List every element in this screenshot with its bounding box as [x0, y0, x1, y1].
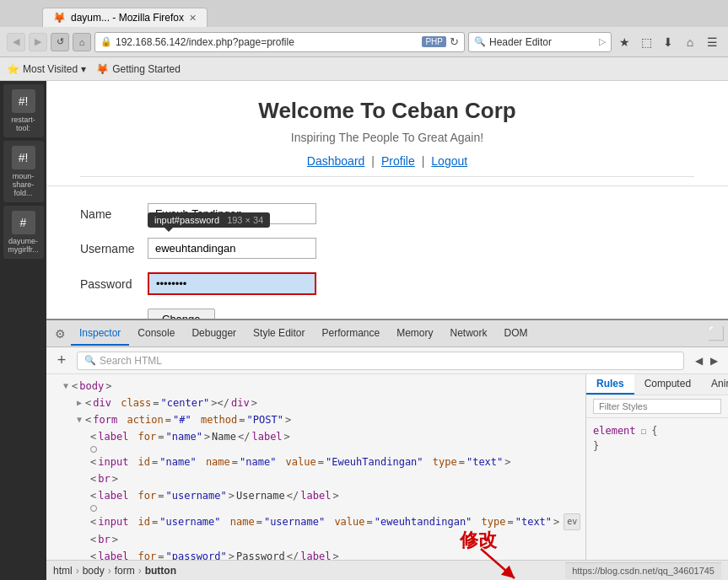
- search-bar[interactable]: 🔍 Header Editor ▷: [468, 32, 612, 52]
- bookmark-getting-started[interactable]: 🦊 Getting Started: [96, 63, 181, 75]
- toggle-body[interactable]: ▼: [63, 379, 68, 394]
- sidebar-label-dayume: dayume-mygirlfr...: [7, 237, 40, 254]
- username-label: Username: [80, 242, 148, 255]
- password-input[interactable]: [148, 272, 316, 295]
- back-button[interactable]: ◀: [7, 33, 25, 51]
- rules-panel: Rules Computed Animation element ☐ { }: [586, 374, 728, 580]
- search-text: Header Editor: [489, 36, 596, 48]
- html-line-body[interactable]: ▼ <body>: [46, 378, 585, 395]
- tooltip: input#password 193 × 34: [148, 212, 270, 228]
- sidebar-icon-restart: #!: [12, 89, 35, 113]
- tab-inspector[interactable]: Inspector: [71, 322, 129, 346]
- tab-network[interactable]: Network: [442, 322, 496, 346]
- bookmark-most-visited[interactable]: ⭐ Most Visited ▾: [7, 63, 86, 75]
- bookmarks-icon[interactable]: ★: [615, 33, 634, 51]
- address-text: 192.168.56.142/index.php?page=profile: [116, 36, 418, 48]
- website-subtitle: Inspiring The People To Great Again!: [80, 131, 694, 144]
- sidebar-label-restart: restart-tool:: [7, 115, 40, 132]
- tab-close-button[interactable]: ✕: [189, 13, 197, 24]
- html-line-form[interactable]: ▼ <form action="#" method="POST" >: [46, 411, 585, 428]
- reload-button[interactable]: ↺: [51, 33, 69, 51]
- download-icon[interactable]: ⬇: [659, 33, 677, 51]
- html-line-input-name[interactable]: <input id="name" name="name" value="Eweu…: [46, 454, 585, 470]
- rules-tab-animation[interactable]: Animation: [701, 374, 728, 395]
- tooltip-container: input#password 193 × 34: [148, 238, 316, 259]
- html-line-input-username[interactable]: <input id="username" name="username" val…: [46, 513, 585, 531]
- breadcrumb-body[interactable]: body: [83, 565, 105, 577]
- forward-button[interactable]: ▶: [29, 33, 47, 51]
- status-url: https://blog.csdn.net/qq_34601745: [572, 566, 715, 576]
- username-input[interactable]: [148, 238, 316, 259]
- page-content: Welcome To Ceban Corp Inspiring The Peop…: [46, 81, 728, 580]
- breadcrumb-button[interactable]: button: [145, 565, 176, 577]
- address-bar[interactable]: 🔒 192.168.56.142/index.php?page=profile …: [94, 32, 465, 52]
- bookmarks-bar: ⭐ Most Visited ▾ 🦊 Getting Started: [0, 57, 728, 81]
- element-selector: element ☐ {: [593, 425, 721, 437]
- tooltip-dim: 193 × 34: [227, 215, 263, 225]
- html-line-label-username[interactable]: <label for="username" >Username</label>: [46, 487, 585, 504]
- sidebar-item-mount-share[interactable]: #! moun-share-fold...: [3, 141, 44, 202]
- tab-dom[interactable]: DOM: [496, 322, 537, 346]
- rules-tab-rules[interactable]: Rules: [586, 374, 634, 395]
- nav-bar: ◀ ▶ ↺ ⌂ 🔒 192.168.56.142/index.php?page=…: [0, 27, 728, 57]
- toggle-form[interactable]: ▼: [77, 412, 82, 427]
- php-badge: PHP: [422, 36, 446, 47]
- bookmark-label: Most Visited: [23, 63, 78, 75]
- nav-icons: ★ ⬚ ⬇ ⌂ ☰: [615, 33, 721, 51]
- breadcrumb-bar: html › body › form › button https://blog…: [46, 560, 728, 580]
- status-bar: https://blog.csdn.net/qq_34601745: [565, 562, 721, 579]
- home-button[interactable]: ⌂: [73, 33, 91, 51]
- filter-styles-bar: [586, 395, 728, 418]
- main-layout: #! restart-tool: #! moun-share-fold... #…: [0, 81, 728, 580]
- breadcrumb-html[interactable]: html: [53, 565, 73, 577]
- ev-badge[interactable]: ev: [564, 513, 580, 530]
- tab-memory[interactable]: Memory: [388, 322, 441, 346]
- tab-console[interactable]: Console: [129, 322, 183, 346]
- html-line-br2[interactable]: <br>: [46, 531, 585, 548]
- tab-bar: 🦊 dayum... - Mozilla Firefox ✕: [0, 0, 728, 27]
- element-styles: element ☐ { }: [586, 418, 728, 459]
- tab-favicon: 🦊: [53, 12, 66, 24]
- profile-link[interactable]: Profile: [381, 154, 415, 168]
- devtools-expand-button[interactable]: ⬜: [708, 325, 725, 341]
- sidebar-item-restart-tool[interactable]: #! restart-tool:: [3, 84, 44, 137]
- home-nav-icon[interactable]: ⌂: [681, 33, 699, 51]
- password-row: Password: [80, 272, 694, 295]
- html-line-div-center[interactable]: ▶ <div class="center" ></div>: [46, 395, 585, 411]
- devtools-settings-icon[interactable]: ⚙: [50, 327, 71, 341]
- nav-links: Dashboard | Profile | Logout: [80, 154, 694, 177]
- bookmark-arrow: ▾: [81, 63, 86, 75]
- html-panel: ▼ <body> ▶ <div class="center" ></div> ▼…: [46, 374, 586, 580]
- add-node-button[interactable]: +: [53, 352, 70, 369]
- synced-tabs-icon[interactable]: ⬚: [637, 33, 655, 51]
- html-search-box[interactable]: 🔍 Search HTML: [77, 352, 684, 370]
- html-nav-next[interactable]: ▶: [706, 353, 721, 368]
- tooltip-text: input#password: [154, 215, 219, 225]
- html-nav-prev[interactable]: ◀: [691, 353, 706, 368]
- devtools-panel: ⚙ Inspector Console Debugger Style Edito…: [46, 319, 728, 580]
- menu-icon[interactable]: ☰: [703, 33, 721, 51]
- address-reload[interactable]: ↻: [450, 35, 459, 48]
- logout-link[interactable]: Logout: [431, 154, 467, 168]
- tab-style-editor[interactable]: Style Editor: [245, 322, 313, 346]
- breadcrumb-form[interactable]: form: [115, 565, 135, 577]
- browser-tab[interactable]: 🦊 dayum... - Mozilla Firefox ✕: [42, 8, 208, 27]
- html-line-br1[interactable]: <br>: [46, 470, 585, 487]
- tab-debugger[interactable]: Debugger: [183, 322, 245, 346]
- filter-styles-input[interactable]: [593, 399, 721, 414]
- username-row: Username input#password 193 × 34: [80, 238, 694, 259]
- tab-performance[interactable]: Performance: [313, 322, 388, 346]
- sidebar-item-dayume[interactable]: # dayume-mygirlfr...: [3, 206, 44, 259]
- search-icon: 🔍: [84, 355, 96, 366]
- sidebar-icon-dayume: #: [12, 211, 35, 234]
- html-line-label-name[interactable]: <label for="name" >Name</label>: [46, 428, 585, 445]
- devtools-panels: ▼ <body> ▶ <div class="center" ></div> ▼…: [46, 374, 728, 580]
- sidebar: #! restart-tool: #! moun-share-fold... #…: [0, 81, 46, 580]
- toggle-div[interactable]: ▶: [77, 395, 82, 411]
- browser-chrome: 🦊 dayum... - Mozilla Firefox ✕ ◀ ▶ ↺ ⌂ 🔒…: [0, 0, 728, 81]
- rules-tab-computed[interactable]: Computed: [634, 374, 701, 395]
- dashboard-link[interactable]: Dashboard: [307, 154, 365, 168]
- website-header: Welcome To Ceban Corp Inspiring The Peop…: [46, 81, 728, 186]
- name-label: Name: [80, 207, 148, 221]
- html-line-circle2: [46, 504, 585, 513]
